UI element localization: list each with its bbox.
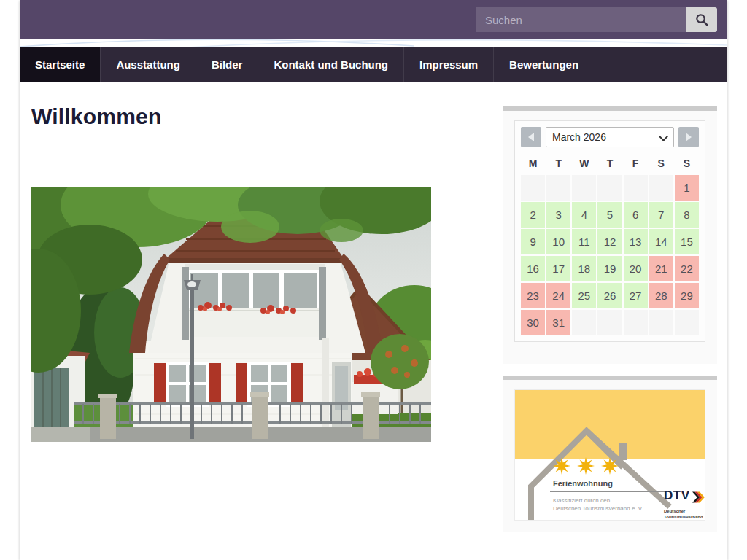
calendar-day-header: T [597,153,622,174]
calendar-grid: MTWTFSS123456789101112131415161718192021… [521,153,699,335]
calendar-day-12[interactable]: 12 [597,229,622,254]
dtv-chevrons-icon [692,489,705,505]
calendar-day-empty [521,175,545,201]
calendar-day-header: W [572,153,596,174]
calendar-day-4[interactable]: 4 [572,202,596,228]
dtv-logo: DTV Deutscher Tourismusverban [664,489,705,520]
calendar-day-29[interactable]: 29 [675,283,699,308]
dtv-badge: Ferienwohnung Klassifiziert durch den De… [514,389,705,521]
calendar-day-header: M [521,153,545,174]
calendar-day-empty [649,310,673,335]
main-nav: StartseiteAusstattungBilderKontakt und B… [20,47,727,82]
calendar-day-empty [624,175,648,201]
calendar-day-23[interactable]: 23 [521,283,545,308]
nav-item-kontakt-und-buchung[interactable]: Kontakt und Buchung [258,47,403,82]
star-icon [601,457,619,475]
sidebar: March 2026 MTWTFSS1234567891011121314151… [503,82,717,532]
calendar-day-5[interactable]: 5 [597,202,622,228]
dtv-logo-text: DTV [664,489,690,502]
dtv-badge-widget: Ferienwohnung Klassifiziert durch den De… [503,376,717,532]
badge-divider [550,491,665,492]
right-arrow-icon [686,133,692,141]
calendar-day-18[interactable]: 18 [572,256,596,281]
calendar-day-empty [546,175,570,201]
calendar-day-9[interactable]: 9 [521,229,545,254]
house-photo [31,187,431,442]
calendar-day-25[interactable]: 25 [572,283,596,308]
badge-category-label: Ferienwohnung [553,479,613,488]
calendar-day-27[interactable]: 27 [624,283,648,308]
badge-classification-text: Klassifiziert durch den Deutschen Touris… [553,497,643,513]
nav-item-bewertungen[interactable]: Bewertungen [493,47,594,82]
star-icon [577,457,595,475]
wave-decoration [20,39,727,47]
calendar-day-header: F [624,153,648,174]
calendar-day-13[interactable]: 13 [624,229,648,254]
calendar-day-31[interactable]: 31 [546,310,570,335]
search-icon [694,12,709,27]
calendar-day-30[interactable]: 30 [521,310,545,335]
availability-calendar: March 2026 MTWTFSS1234567891011121314151… [514,120,705,342]
calendar-day-8[interactable]: 8 [675,202,699,228]
search-button[interactable] [686,7,717,32]
calendar-month-select-wrap: March 2026 [546,127,674,147]
calendar-day-1[interactable]: 1 [675,175,699,201]
calendar-day-header: T [546,153,570,174]
calendar-day-header: S [675,153,699,174]
nav-item-ausstattung[interactable]: Ausstattung [100,47,196,82]
calendar-day-16[interactable]: 16 [521,256,545,281]
calendar-day-11[interactable]: 11 [572,229,596,254]
main-column: Willkommen [31,82,484,532]
calendar-widget: March 2026 MTWTFSS1234567891011121314151… [503,106,717,364]
calendar-day-empty [572,310,596,335]
page-title: Willkommen [31,104,484,129]
calendar-day-28[interactable]: 28 [649,283,673,308]
calendar-prev-button[interactable] [521,127,541,147]
calendar-day-empty [624,310,648,335]
left-arrow-icon [528,133,534,141]
calendar-day-15[interactable]: 15 [675,229,699,254]
search-input[interactable] [476,7,686,32]
star-icon [553,457,570,475]
content-area: Willkommen [20,82,727,532]
calendar-day-26[interactable]: 26 [597,283,622,308]
calendar-month-select[interactable]: March 2026 [546,127,674,147]
calendar-day-6[interactable]: 6 [624,202,648,228]
nav-item-impressum[interactable]: Impressum [403,47,493,82]
calendar-day-10[interactable]: 10 [546,229,570,254]
site-header [20,0,727,39]
calendar-day-empty [597,310,622,335]
calendar-day-empty [597,175,622,201]
calendar-day-7[interactable]: 7 [649,202,673,228]
nav-item-bilder[interactable]: Bilder [196,47,258,82]
search-box [476,7,717,32]
calendar-day-17[interactable]: 17 [546,256,570,281]
calendar-day-22[interactable]: 22 [675,256,699,281]
calendar-day-19[interactable]: 19 [597,256,622,281]
calendar-day-14[interactable]: 14 [649,229,673,254]
nav-item-startseite[interactable]: Startseite [20,47,100,82]
calendar-day-empty [572,175,596,201]
calendar-day-2[interactable]: 2 [521,202,545,228]
calendar-day-header: S [649,153,673,174]
calendar-next-button[interactable] [678,127,699,147]
calendar-day-20[interactable]: 20 [624,256,648,281]
calendar-day-3[interactable]: 3 [546,202,570,228]
calendar-day-24[interactable]: 24 [546,283,570,308]
calendar-day-empty [649,175,673,201]
badge-stars [553,457,619,475]
calendar-day-21[interactable]: 21 [649,256,673,281]
calendar-day-empty [675,310,699,335]
page-container: StartseiteAusstattungBilderKontakt und B… [20,0,727,560]
